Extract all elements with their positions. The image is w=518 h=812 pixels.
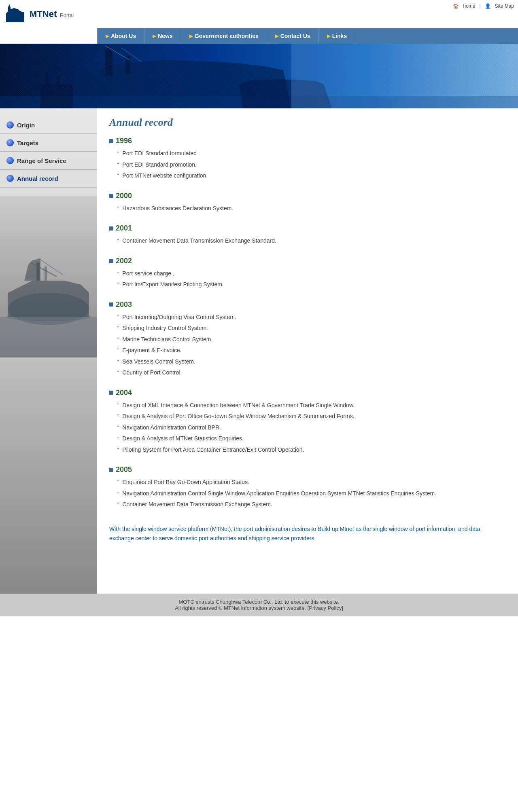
year-items-2002: ˜Port service charge .˜Port Im/Export Ma… xyxy=(109,269,506,289)
logo-icon xyxy=(4,3,26,25)
bullet-icon: ˜ xyxy=(117,358,119,366)
year-item-text: Piloting System for Port Area Container … xyxy=(122,446,304,454)
year-heading-1996: 1996 xyxy=(109,137,506,145)
year-item-text: Navigation Administration Control BPR. xyxy=(122,423,221,432)
year-item: ˜Sea Vessels Control System. xyxy=(117,357,506,366)
logo-area: MTNet Portal xyxy=(4,3,101,25)
bullet-icon: ˜ xyxy=(117,435,119,443)
year-square-1996 xyxy=(109,139,113,143)
year-label-2002: 2002 xyxy=(116,257,132,265)
year-item: ˜Piloting System for Port Area Container… xyxy=(117,446,506,455)
home-link[interactable]: home xyxy=(463,3,475,9)
year-square-2001 xyxy=(109,226,113,230)
range-icon xyxy=(6,157,14,164)
year-section-2002: 2002˜Port service charge .˜Port Im/Expor… xyxy=(109,257,506,289)
header: MTNet Portal 🏠 home | 👤 Site Map ▶ About… xyxy=(0,0,518,44)
year-item-text: Port EDI Standard formulated . xyxy=(122,149,200,158)
year-label-2003: 2003 xyxy=(116,300,132,309)
year-item: ˜Port EDI Standard formulated . xyxy=(117,149,506,158)
year-label-2001: 2001 xyxy=(116,224,132,233)
sidebar-item-targets[interactable]: Targets xyxy=(0,134,97,152)
nav-gov[interactable]: ▶ Government authorities xyxy=(181,28,267,44)
nav-contact-label: Contact Us xyxy=(280,33,310,39)
year-square-2004 xyxy=(109,391,113,395)
year-square-2000 xyxy=(109,194,113,198)
svg-rect-24 xyxy=(36,262,40,281)
sidebar-ship-svg xyxy=(0,196,97,357)
year-item: ˜Port EDI Standard promotion. xyxy=(117,161,506,169)
bullet-icon: ˜ xyxy=(117,424,119,432)
origin-icon xyxy=(6,121,14,129)
sidebar-ship-image xyxy=(0,196,97,357)
footer: MOTC entrusts Chunghwa Telecom Co., Ltd.… xyxy=(0,594,518,616)
year-item-text: Port EDI Standard promotion. xyxy=(122,161,197,169)
banner xyxy=(0,44,518,108)
page-title: Annual record xyxy=(109,116,506,129)
logo-portal: Portal xyxy=(60,12,74,18)
home-icon: 🏠 xyxy=(453,3,459,9)
year-section-2001: 2001˜Container Movement Data Transmissio… xyxy=(109,224,506,245)
year-item-text: Navigation Administration Control Single… xyxy=(122,489,436,498)
bullet-icon: ˜ xyxy=(117,314,119,322)
year-square-2005 xyxy=(109,468,113,472)
bullet-icon: ˜ xyxy=(117,325,119,333)
year-item: ˜Port MTNet website configuration. xyxy=(117,171,506,180)
nav-arrow-gov: ▶ xyxy=(189,34,193,39)
year-item: ˜Container Movement Data Transmission Ex… xyxy=(117,237,506,245)
year-item: ˜Marine Technicians Control System. xyxy=(117,335,506,344)
bullet-icon: ˜ xyxy=(117,490,119,498)
year-item: ˜Port Im/Export Manifest Piloting System… xyxy=(117,280,506,289)
svg-rect-28 xyxy=(0,317,97,357)
year-item: ˜Design & Analysis of MTNet Statistics E… xyxy=(117,434,506,443)
year-heading-2001: 2001 xyxy=(109,224,506,233)
year-item-text: Sea Vessels Control System. xyxy=(122,357,195,366)
year-items-2005: ˜Enquiries of Port Bay Go-Down Applicati… xyxy=(109,478,506,509)
year-item: ˜Container Movement Data Transmission Ex… xyxy=(117,500,506,509)
year-section-2003: 2003˜Port Incoming/Outgoing Visa Control… xyxy=(109,300,506,377)
nav-news[interactable]: ▶ News xyxy=(144,28,181,44)
bullet-icon: ˜ xyxy=(117,347,119,355)
nav-about[interactable]: ▶ About Us xyxy=(97,28,144,44)
sidebar-item-range[interactable]: Range of Service xyxy=(0,152,97,169)
year-item: ˜Enquiries of Port Bay Go-Down Applicati… xyxy=(117,478,506,487)
sidebar: Origin Targets Range of Service Annual r… xyxy=(0,108,97,594)
svg-point-29 xyxy=(6,313,91,321)
sidebar-item-annual[interactable]: Annual record xyxy=(0,170,97,187)
nav-links[interactable]: ▶ Links xyxy=(319,28,356,44)
banner-overlay xyxy=(0,44,518,108)
year-item-text: Hazardous Substances Declaration System. xyxy=(122,204,233,213)
year-item-text: Design & Analysis of MTNet Statistics En… xyxy=(122,434,244,443)
year-items-1996: ˜Port EDI Standard formulated .˜Port EDI… xyxy=(109,149,506,180)
year-item-text: Port MTNet website configuration. xyxy=(122,171,208,180)
nav-bar: ▶ About Us ▶ News ▶ Government authoriti… xyxy=(97,28,518,44)
header-bar: MTNet Portal 🏠 home | 👤 Site Map xyxy=(0,0,518,28)
nav-contact[interactable]: ▶ Contact Us xyxy=(267,28,319,44)
year-item-text: Enquiries of Port Bay Go-Down Applicatio… xyxy=(122,478,249,486)
sidebar-item-origin[interactable]: Origin xyxy=(0,116,97,134)
bullet-icon: ˜ xyxy=(117,413,119,421)
year-item: ˜Hazardous Substances Declaration System… xyxy=(117,204,506,213)
bullet-icon: ˜ xyxy=(117,501,119,509)
footer-line2: All rights reserved © MTNet information … xyxy=(5,605,513,611)
year-item-text: Shipping Industry Control System. xyxy=(122,324,208,332)
year-sections: 1996˜Port EDI Standard formulated .˜Port… xyxy=(109,137,506,509)
nav-arrow-contact: ▶ xyxy=(275,34,278,39)
year-items-2000: ˜Hazardous Substances Declaration System… xyxy=(109,204,506,213)
bullet-icon: ˜ xyxy=(117,161,119,169)
year-items-2003: ˜Port Incoming/Outgoing Visa Control Sys… xyxy=(109,313,506,377)
year-heading-2002: 2002 xyxy=(109,257,506,265)
year-item: ˜Design of XML Interface & Connection be… xyxy=(117,401,506,410)
year-item: ˜Design & Analysis of Port Office Go-dow… xyxy=(117,412,506,421)
bullet-icon: ˜ xyxy=(117,237,119,245)
year-items-2004: ˜Design of XML Interface & Connection be… xyxy=(109,401,506,455)
summary-text: With the single window service platform … xyxy=(109,520,506,548)
bullet-icon: ˜ xyxy=(117,281,119,289)
year-item: ˜Country of Port Control. xyxy=(117,368,506,377)
targets-icon xyxy=(6,139,14,146)
year-heading-2000: 2000 xyxy=(109,192,506,200)
main-container: Origin Targets Range of Service Annual r… xyxy=(0,108,518,594)
year-item: ˜Navigation Administration Control Singl… xyxy=(117,489,506,498)
year-heading-2003: 2003 xyxy=(109,300,506,309)
year-item-text: Container Movement Data Transmission Exc… xyxy=(122,237,276,245)
sitemap-link[interactable]: Site Map xyxy=(495,3,514,9)
